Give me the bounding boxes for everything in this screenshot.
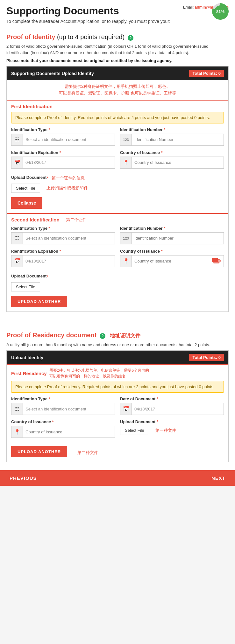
first-id-type-label: Identification Type * — [11, 127, 115, 132]
por-card-header: Upload Identity Total Points: 0 — [7, 351, 228, 364]
first-residency-title-row: First Residency 需要2种，可以使水电煤气单、电信账单等，需要6个… — [11, 368, 224, 379]
second-id-upload-section: Upload Document * Select File — [7, 274, 228, 293]
second-id-expiration-label: Identification Expiration * — [11, 249, 115, 254]
por-calendar-icon: 📅 — [120, 403, 132, 415]
poi-title-orange: Proof of Identity — [6, 33, 55, 40]
second-id-number-input[interactable] — [132, 233, 224, 244]
por-country-group: Country of Issuance * 📍 — [11, 419, 115, 438]
previous-button[interactable]: PREVIOUS — [0, 470, 46, 486]
por-upload-row: Select File 第一种文件 — [120, 426, 224, 435]
por-country-input[interactable] — [23, 426, 115, 438]
poi-card-points: Total Points: 0 — [189, 70, 224, 77]
id-type-icon2: ☷ — [11, 233, 23, 244]
poi-upload-another-button[interactable]: UPLOAD ANOTHER — [11, 296, 67, 307]
second-id-expiration-input[interactable] — [23, 256, 115, 267]
header: Supporting Documents Email: admin@mg21.c… — [0, 0, 235, 28]
first-id-alert: Please complete Proof of identity. Requi… — [11, 112, 224, 123]
first-id-file-note: 上传扫描件或者影印件 — [46, 185, 88, 191]
por-date-input-group: 📅 04/18/2017 — [120, 403, 224, 415]
first-identification: First Identification Please complete Pro… — [7, 100, 228, 175]
por-upload-group: Upload Document * Select File 第一种文件 — [120, 419, 224, 438]
poi-chinese-note: 需要提供2种身份证明文件，用手机拍照上传即可，彩色。 可以是身份证、驾驶证、医保… — [7, 80, 228, 100]
por-card-title: Upload Identity — [11, 355, 43, 360]
second-id-chinese-note: 第二个证件 — [66, 217, 87, 223]
second-identification: Second Identification 第二个证件 Identificati… — [7, 213, 228, 274]
second-id-type-label: Identification Type * — [11, 226, 115, 231]
first-id-upload-section: Upload Document * 第一个证件的信息 Select File 上… — [7, 175, 228, 195]
por-second-file-note: 第二种文件 — [77, 450, 98, 456]
por-id-type-select[interactable]: Select an identification document — [23, 403, 115, 415]
collapse-button[interactable]: Collapse — [11, 197, 42, 209]
por-location-icon: 📍 — [11, 426, 23, 438]
second-id-type-select[interactable]: Select an identification document — [23, 233, 115, 244]
main-content: Proof of Identity (up to 4 points requir… — [0, 28, 235, 323]
first-id-upload-label-row: Upload Document * 第一个证件的信息 — [11, 175, 224, 182]
location-icon2: 📍 — [120, 256, 132, 267]
upload-another-row: UPLOAD ANOTHER — [7, 293, 228, 312]
help-icon2[interactable]: ? — [100, 333, 105, 339]
first-id-type-input-group: ☷ Select an identification document — [11, 134, 115, 146]
first-id-number-input[interactable] — [132, 134, 224, 145]
poi-desc: 2 forms of valid photo government-issued… — [6, 43, 229, 56]
second-id-upload-label: Upload Document — [11, 274, 46, 278]
first-id-expiration-input[interactable]: 04/18/2017 — [23, 157, 115, 168]
second-id-upload-label-row: Upload Document * — [11, 274, 224, 280]
por-card: Upload Identity Total Points: 0 First Re… — [6, 350, 229, 462]
id-number-icon: 123 — [120, 134, 132, 145]
first-id-upload-label: Upload Document — [11, 175, 46, 180]
second-id-title: Second Identification — [11, 217, 60, 222]
por-title-orange: Proof of Residency document — [6, 332, 96, 339]
second-id-country-input-group: 📍 — [120, 255, 224, 267]
por-id-type-icon: ☷ — [11, 403, 23, 415]
second-id-number-label: Identification Number * — [120, 226, 224, 231]
help-icon[interactable]: ? — [128, 35, 133, 41]
por-id-type-input-group: ☷ Select an identification document — [11, 403, 115, 415]
por-first-file-note: 第一种文件 — [155, 428, 176, 433]
por-row2: Country of Issuance * 📍 Upload Document … — [11, 419, 224, 438]
por-country-label: Country of Issuance * — [11, 419, 115, 424]
por-country-input-group: 📍 — [11, 426, 115, 438]
por-id-type-label: Identification Type * — [11, 396, 115, 401]
poi-title-black: (up to 4 points required) — [57, 33, 125, 40]
poi-title: Proof of Identity (up to 4 points requir… — [6, 33, 229, 41]
first-residency-title: First Residency — [11, 371, 47, 376]
por-upload-another-button[interactable]: UPLOAD ANOTHER — [11, 446, 67, 457]
header-subtitle: To complete the suretrader Account Appli… — [6, 18, 229, 25]
footer: PREVIOUS NEXT — [0, 470, 235, 486]
first-id-expiration-label: Identification Expiration * — [11, 150, 115, 155]
por-alert: Please complete Proof of residency. Requ… — [11, 381, 224, 393]
decoration-icon — [212, 257, 222, 265]
first-residency: First Residency 需要2种，可以使水电煤气单、电信账单等，需要6个… — [7, 364, 228, 444]
first-id-country-input-group: 📍 — [120, 157, 224, 169]
poi-card: Supporting Documents Upload Identity Tot… — [6, 66, 229, 312]
por-desc: A utility bill (no more than 6 months) w… — [6, 342, 229, 348]
poi-note: Please note that your documents must be … — [6, 58, 229, 63]
por-select-file-button[interactable]: Select File — [120, 426, 149, 435]
por-date-input[interactable]: 04/18/2017 — [132, 403, 224, 415]
first-residency-chinese-notes: 需要2种，可以使水电煤气单、电信账单等，需要6个月内的 可以看到你填写的一样的地… — [49, 368, 149, 379]
first-id-expiration-group: Identification Expiration * 📅 04/18/2017 — [11, 150, 115, 169]
first-id-select-file-button[interactable]: Select File — [11, 184, 40, 193]
page-title: Supporting Documents — [6, 5, 119, 17]
location-icon: 📍 — [120, 157, 132, 168]
second-id-country-label: Country of Issuance * — [120, 249, 224, 254]
second-id-country-group: Country of Issuance * 📍 — [120, 249, 224, 267]
second-id-row2: Identification Expiration * 📅 Country of… — [11, 249, 224, 267]
por-date-label: Date of Document * — [120, 396, 224, 401]
por-card-points: Total Points: 0 — [189, 354, 224, 361]
id-type-icon: ☷ — [11, 134, 23, 145]
first-id-upload-row: Select File 上传扫描件或者影印件 — [11, 184, 224, 193]
por-chinese-title: 地址证明文件 — [110, 333, 140, 338]
por-upload-another-row: UPLOAD ANOTHER 第二种文件 — [7, 444, 228, 462]
first-id-row2: Identification Expiration * 📅 04/18/2017… — [11, 150, 224, 169]
second-id-type-group: Identification Type * ☷ Select an identi… — [11, 226, 115, 244]
first-id-expiration-input-group: 📅 04/18/2017 — [11, 157, 115, 169]
second-id-country-input[interactable] — [132, 256, 212, 267]
next-button[interactable]: NEXT — [202, 470, 235, 486]
first-id-type-select[interactable]: Select an identification document — [23, 134, 115, 145]
first-id-number-group: Identification Number * 123 — [120, 127, 224, 146]
id-number-icon2: 123 — [120, 233, 132, 244]
second-id-select-file-button[interactable]: Select File — [11, 282, 40, 291]
second-id-number-group: Identification Number * 123 — [120, 226, 224, 244]
first-id-country-input[interactable] — [132, 157, 224, 168]
